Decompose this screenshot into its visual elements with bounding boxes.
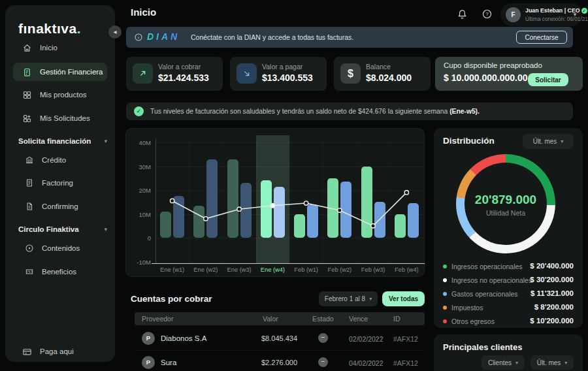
section-label: Solicita financiación: [18, 137, 91, 145]
bar-egresos[interactable]: [206, 159, 218, 238]
document-lines-icon: [25, 178, 34, 187]
bar-egresos[interactable]: [240, 183, 252, 238]
ver-todas-button[interactable]: Ver todas: [382, 291, 425, 306]
gridline-vertical: [357, 139, 357, 263]
ticket-icon: [25, 267, 34, 276]
sidebar-item-label: Factoring: [42, 179, 73, 187]
bar-egresos[interactable]: [307, 204, 318, 238]
bar-ingresos[interactable]: [395, 214, 406, 238]
solicitar-button[interactable]: Solicitar: [528, 73, 568, 86]
dropdown-value: Clientes: [488, 359, 512, 366]
bar-egresos[interactable]: [408, 203, 419, 238]
cashflow-chart-panel: 40M30M20M10M0-10MEne (w1)Ene (w2)Ene (w3…: [125, 128, 425, 277]
sidebar-item-label: Mis Solicitudes: [40, 114, 90, 122]
sidebar-item-label: Gestión Financiera: [40, 68, 103, 76]
column-header: Vence: [349, 315, 368, 323]
due-date: 04/02/2022: [349, 359, 384, 367]
legend-label: Ingresos operacionales: [451, 263, 523, 270]
net-utility-label: Utilidad Neta: [465, 209, 547, 217]
sidebar: fınaktıva. ◂ Inicio Gestión Financiera M…: [5, 5, 115, 362]
bar-ingresos[interactable]: [261, 180, 272, 238]
legend-item: Otros egresos$ 10'200.000: [443, 317, 574, 327]
gridline-vertical: [256, 139, 257, 263]
x-axis-line: [152, 263, 425, 264]
top-clients-title: Principales clientes: [443, 342, 522, 352]
stat-card-balance: $ Balance $8.024.000: [334, 57, 431, 91]
bar-egresos[interactable]: [274, 187, 285, 238]
user-menu[interactable]: F Juan Esteban | CEO✓ Última conexión: 0…: [500, 3, 583, 26]
gridline-vertical: [289, 139, 290, 263]
stat-card-valor-a-cobrar: Valor a cobrar $21.424.533: [126, 57, 223, 91]
conectarse-button[interactable]: Conectarse: [516, 31, 567, 44]
sidebar-section-solicita-financiacion[interactable]: Solicita financiación ▾: [18, 135, 107, 148]
provider-name: Diabonos S.A: [161, 334, 206, 342]
bar-ingresos[interactable]: [327, 178, 338, 238]
chevron-down-icon: ▾: [369, 296, 372, 302]
sidebar-item-mis-productos[interactable]: Mis productos: [13, 86, 107, 103]
sidebar-item-factoring[interactable]: Factoring: [13, 174, 107, 191]
due-date: 02/02/2022: [349, 335, 384, 343]
chevron-down-icon: ▾: [564, 360, 567, 366]
bell-icon[interactable]: [457, 8, 468, 20]
bar-egresos[interactable]: [173, 196, 184, 238]
chevron-down-icon: ▾: [561, 138, 563, 144]
table-row[interactable]: PDiabonos S.A$8.045.434−02/02/2022#AFX12: [135, 327, 425, 350]
sidebar-item-beneficios[interactable]: Beneficios: [13, 263, 107, 280]
legend-dot: [443, 319, 447, 323]
arrow-up-right-icon: [133, 63, 153, 84]
legend-dot: [443, 306, 447, 310]
section-label: Circulo Finaktiva: [18, 225, 79, 233]
bar-egresos[interactable]: [374, 202, 385, 238]
help-icon[interactable]: ?: [482, 8, 493, 20]
x-axis-label: Feb (w4): [390, 266, 423, 273]
gridline-vertical: [390, 139, 391, 263]
sidebar-item-mis-solicitudes[interactable]: Mis Solicitudes: [13, 110, 107, 127]
bar-ingresos[interactable]: [227, 159, 238, 238]
sidebar-item-gestion-financiera[interactable]: Gestión Financiera: [13, 63, 107, 81]
x-axis-label: Feb (w1): [289, 266, 323, 273]
legend-item: Gastos operacionales$ 11'321.000: [443, 289, 574, 299]
avatar: F: [506, 7, 521, 22]
provider-name: Sura: [161, 359, 176, 366]
sidebar-item-label: Inicio: [40, 44, 57, 52]
brand-logo-text: fınaktıva: [18, 21, 77, 36]
legend-dot: [443, 292, 447, 296]
notice-text-main: Tus niveles de facturación son saludable…: [150, 108, 449, 115]
accounts-title: Cuentas por cobrar: [131, 294, 212, 304]
net-utility-value: 20'879.000: [465, 193, 547, 207]
bar-ingresos[interactable]: [361, 167, 372, 238]
gridline-vertical: [223, 139, 223, 263]
stat-label: Valor a cobrar: [158, 63, 201, 71]
sidebar-item-label: Crédito: [42, 156, 66, 164]
sidebar-item-contenidos[interactable]: Contenidos: [13, 240, 107, 257]
dropdown-value: Febrero 1 al 8: [325, 295, 365, 302]
provider-avatar: P: [142, 356, 155, 369]
sidebar-section-circulo-finaktiva[interactable]: Circulo Finaktiva ▾: [18, 223, 107, 236]
sidebar-item-credito[interactable]: Crédito: [13, 152, 107, 169]
clients-period-dropdown[interactable]: Últ. mes▾: [531, 355, 574, 370]
sidebar-item-confirming[interactable]: Confirming: [13, 198, 107, 215]
bar-ingresos[interactable]: [294, 214, 305, 238]
app-root: fınaktıva. ◂ Inicio Gestión Financiera M…: [0, 0, 588, 371]
sidebar-item-label: Confirming: [42, 202, 78, 210]
sidebar-item-inicio[interactable]: Inicio: [13, 39, 107, 56]
y-axis-tick: -10M: [129, 259, 151, 266]
x-axis-label: Feb (w3): [357, 266, 390, 273]
credit-card-icon: [22, 347, 32, 357]
sidebar-item-paga-aqui[interactable]: Paga aqui: [13, 343, 107, 360]
dropdown-value: Últ. mes: [533, 138, 557, 145]
legend-label: Otros egresos: [451, 317, 495, 325]
bar-ingresos[interactable]: [160, 212, 171, 238]
bar-egresos[interactable]: [340, 182, 351, 238]
clients-filter-dropdown[interactable]: Clientes▾: [482, 355, 525, 370]
legend-label: Gastos operacionales: [451, 290, 518, 298]
x-axis-label: Ene (w3): [223, 266, 256, 273]
accounts-date-filter-dropdown[interactable]: Febrero 1 al 8▾: [319, 291, 378, 306]
sidebar-item-label: Mis productos: [40, 91, 87, 99]
gridline-vertical: [323, 139, 323, 263]
home-icon: [22, 43, 32, 53]
sidebar-collapse-button[interactable]: ◂: [108, 25, 122, 39]
distribution-filter-dropdown[interactable]: Últ. mes▾: [523, 134, 574, 149]
table-row[interactable]: PSura$2.276.000−04/02/2022#AFX12: [135, 351, 425, 371]
bar-ingresos[interactable]: [193, 206, 204, 238]
